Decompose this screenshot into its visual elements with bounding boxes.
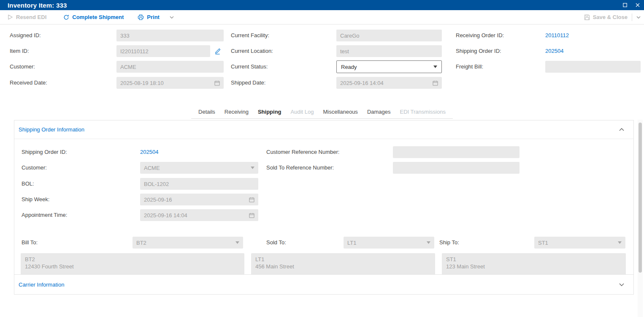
carrier-info-title: Carrier Information — [19, 281, 64, 288]
sold-to-label: Sold To: — [266, 237, 286, 249]
tab-receiving[interactable]: Receiving — [220, 105, 253, 118]
shipped-date-field: 2025-09-16 14:04 — [336, 77, 442, 89]
sold-to-address: LT1 456 Main Street — [251, 253, 435, 274]
appointment-time-value: 2025-09-16 14:04 — [144, 212, 187, 219]
calendar-icon — [214, 80, 220, 86]
chevron-down-icon — [618, 241, 622, 244]
so-customer-label: Customer: — [22, 162, 47, 174]
complete-shipment-label: Complete Shipment — [72, 14, 124, 20]
carrier-info-header[interactable]: Carrier Information — [14, 275, 633, 294]
customer-ref-input — [393, 146, 520, 158]
bill-to-label: Bill To: — [22, 237, 38, 249]
tab-shipping[interactable]: Shipping — [253, 105, 286, 118]
received-date-label: Received Date: — [10, 77, 47, 89]
sold-to-ref-label: Sold To Reference Number: — [266, 162, 334, 174]
close-icon — [636, 3, 640, 7]
tab-details[interactable]: Details — [194, 105, 220, 118]
toolbar-overflow-button[interactable] — [636, 16, 641, 19]
current-facility-label: Current Facility: — [231, 30, 269, 41]
tab-edi-transmissions: EDI Transmissions — [395, 105, 450, 118]
sold-to-value: LT1 — [347, 240, 356, 246]
sold-to-ref-input — [393, 162, 520, 174]
customer-label: Customer: — [10, 61, 35, 73]
so-customer-value: ACME — [144, 165, 160, 171]
vertical-scrollbar[interactable] — [638, 120, 643, 317]
print-button[interactable]: Print — [138, 14, 160, 20]
bill-to-address: BT2 12430 Fourth Street — [21, 253, 244, 274]
shipping-order-id-link[interactable]: 202504 — [545, 45, 563, 57]
ship-week-label: Ship Week: — [22, 194, 49, 205]
bol-input — [140, 178, 258, 190]
bill-to-address-line2: 12430 Fourth Street — [25, 263, 240, 270]
toolbar: Resend EDI Complete Shipment Print Save … — [0, 10, 644, 25]
customer-ref-label: Customer Reference Number: — [266, 146, 339, 158]
chevron-down-icon — [636, 16, 641, 19]
ship-to-label: Ship To: — [439, 237, 459, 249]
maximize-button[interactable] — [619, 0, 631, 10]
titlebar: Inventory Item: 333 — [0, 0, 644, 10]
shipping-order-info-body: Shipping Order ID: 202504 Customer: ACME… — [14, 139, 633, 274]
tab-damages[interactable]: Damages — [363, 105, 395, 118]
shipping-order-info-section: Shipping Order Information Shipping Orde… — [14, 120, 634, 275]
current-status-value: Ready — [341, 64, 357, 70]
window-title: Inventory Item: 333 — [8, 2, 619, 9]
assigned-id-label: Assigned ID: — [10, 30, 41, 41]
pencil-icon — [214, 48, 221, 55]
resend-edi-label: Resend EDI — [16, 14, 46, 20]
tab-miscellaneous[interactable]: Miscellaneous — [319, 105, 363, 118]
ship-to-address-line2: 123 Main Street — [446, 263, 622, 270]
bill-to-address-line1: BT2 — [25, 256, 240, 263]
shipped-date-value: 2025-09-16 14:04 — [340, 80, 384, 86]
maximize-icon — [623, 3, 627, 7]
shipping-tab-content: Shipping Order Information Shipping Orde… — [14, 120, 634, 295]
chevron-down-icon — [170, 16, 174, 19]
edit-item-id-button[interactable] — [212, 46, 223, 57]
freight-bill-input — [545, 61, 641, 73]
save-icon — [584, 14, 590, 20]
tab-audit-log: Audit Log — [286, 105, 319, 118]
tab-strip-container: Details Receiving Shipping Audit Log Mis… — [0, 105, 644, 119]
printer-icon — [138, 14, 144, 20]
current-facility-input — [336, 30, 442, 41]
ship-week-field: 2025-09-16 — [140, 194, 258, 205]
print-label: Print — [147, 14, 160, 20]
resend-edi-button[interactable]: Resend EDI — [8, 14, 46, 20]
shipping-order-info-title: Shipping Order Information — [19, 126, 84, 133]
expand-chevron-down-icon — [619, 283, 624, 286]
so-id-label: Shipping Order ID: — [22, 146, 67, 158]
chevron-down-icon — [251, 167, 254, 169]
sold-to-address-line1: LT1 — [255, 256, 431, 263]
bill-to-value: BT2 — [136, 240, 146, 246]
close-button[interactable] — [631, 0, 644, 10]
bill-to-select: BT2 — [133, 237, 243, 249]
received-date-field: 2025-08-19 18:10 — [116, 77, 224, 89]
toolbar-separator — [632, 14, 632, 21]
sold-to-select: LT1 — [344, 237, 434, 249]
shipping-order-info-header[interactable]: Shipping Order Information — [14, 120, 633, 139]
send-icon — [8, 14, 13, 20]
so-id-link[interactable]: 202504 — [140, 146, 158, 158]
current-status-select[interactable]: Ready — [336, 60, 442, 73]
complete-shipment-button[interactable]: Complete Shipment — [63, 14, 124, 20]
appointment-time-label: Appointment Time: — [22, 209, 67, 221]
chevron-down-icon — [427, 241, 430, 244]
ship-to-address: ST1 123 Main Street — [442, 253, 626, 274]
calendar-icon — [249, 197, 254, 202]
save-close-label: Save & Close — [593, 14, 628, 20]
receiving-order-id-link[interactable]: 20110112 — [545, 30, 569, 41]
carrier-info-section: Carrier Information — [14, 274, 634, 295]
received-date-value: 2025-08-19 18:10 — [120, 80, 164, 86]
sold-to-address-line2: 456 Main Street — [255, 263, 431, 270]
ship-week-value: 2025-09-16 — [144, 197, 172, 203]
shipping-order-id-label: Shipping Order ID: — [456, 45, 501, 57]
print-dropdown-button[interactable] — [170, 16, 174, 19]
customer-input — [116, 61, 224, 73]
calendar-icon — [433, 80, 438, 86]
current-status-label: Current Status: — [231, 61, 268, 73]
current-location-input — [336, 45, 442, 57]
scrollbar-thumb[interactable] — [639, 123, 642, 273]
assigned-id-input — [116, 30, 224, 41]
item-id-label: Item ID: — [10, 45, 29, 57]
save-close-button[interactable]: Save & Close — [584, 14, 628, 20]
current-location-label: Current Location: — [231, 45, 273, 57]
